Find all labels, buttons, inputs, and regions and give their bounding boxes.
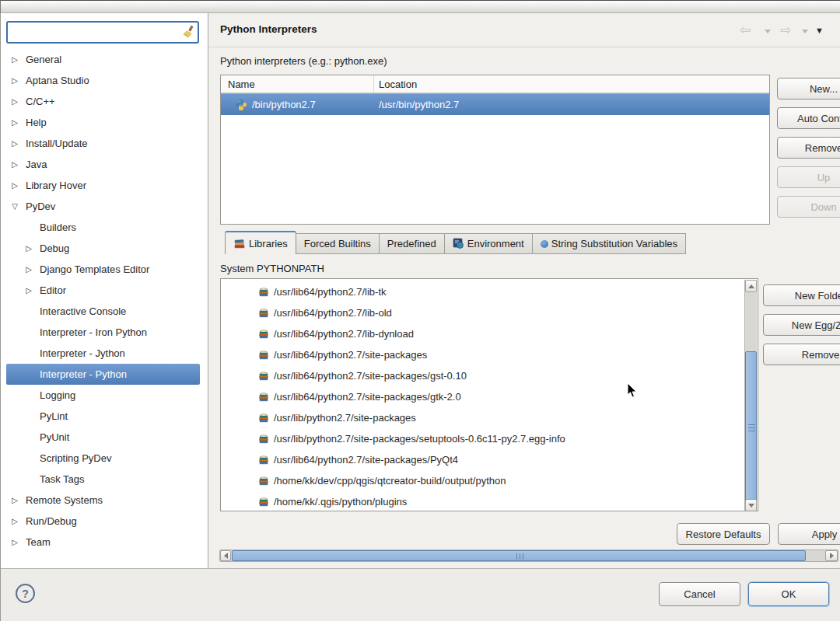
sidebar-item-label: Logging	[36, 389, 75, 401]
pythonpath-list: /usr/lib64/python2.7/lib-tk /usr/lib64/p…	[220, 278, 758, 511]
sidebar-item-pydev[interactable]: ▽PyDev	[6, 196, 200, 217]
sidebar-item-builders[interactable]: Builders	[6, 217, 200, 238]
new-folder-button[interactable]: New Folder	[763, 284, 840, 306]
sidebar-item-aptana-studio[interactable]: ▷Aptana Studio	[6, 70, 200, 91]
sidebar-item-interpreter-jython[interactable]: Interpreter - Jython	[6, 343, 200, 364]
apply-button[interactable]: Apply	[778, 523, 840, 545]
pythonpath-text: /usr/lib64/python2.7/site-packages/PyQt4	[274, 454, 458, 466]
vertical-scroll-thumb[interactable]	[745, 351, 757, 503]
tab-string-substitution-variables[interactable]: String Substitution Variables	[533, 233, 686, 254]
sidebar-item-label: Interpreter - Python	[36, 368, 127, 380]
expander-icon[interactable]: ▷	[22, 238, 36, 259]
pythonpath-entry[interactable]: /usr/lib64/python2.7/site-packages/gst-0…	[221, 365, 734, 386]
pythonpath-entry[interactable]: /usr/lib64/python2.7/site-packages/PyQt4	[221, 449, 734, 470]
pythonpath-text: /usr/lib64/python2.7/lib-tk	[274, 286, 387, 298]
new-interpreter-button[interactable]: New...	[777, 78, 840, 99]
expander-icon[interactable]: ▷	[8, 70, 22, 91]
expander-icon[interactable]: ▷	[8, 511, 22, 532]
sidebar-item-label: Interpreter - Jython	[36, 347, 125, 359]
table-row[interactable]: /bin/python2.7 /usr/bin/python2.7	[221, 93, 769, 115]
preferences-tree: ▷General ▷Aptana Studio ▷C/C++ ▷Help ▷In…	[0, 49, 208, 553]
sidebar-item-java[interactable]: ▷Java	[6, 154, 200, 175]
pythonpath-text: /usr/lib64/python2.7/lib-old	[274, 307, 392, 319]
expander-icon[interactable]: ▷	[8, 133, 22, 154]
tab-environment[interactable]: Environment	[445, 233, 533, 254]
expander-icon[interactable]: ▷	[8, 490, 22, 511]
sidebar-item-interactive-console[interactable]: Interactive Console	[6, 301, 200, 322]
pythonpath-entry[interactable]: /usr/lib/python2.7/site-packages	[221, 407, 734, 428]
filter-input[interactable]	[8, 23, 198, 42]
remove-interpreter-button[interactable]: Remove	[777, 137, 840, 159]
pythonpath-entry[interactable]: /usr/lib64/python2.7/site-packages	[221, 344, 734, 365]
up-button: Up	[777, 166, 840, 188]
vertical-scrollbar[interactable]	[744, 280, 757, 511]
expander-icon[interactable]: ▷	[8, 49, 22, 70]
sidebar-item-pyunit[interactable]: PyUnit	[6, 427, 200, 448]
library-stack-icon	[257, 412, 270, 424]
sidebar-item-scripting-pydev[interactable]: Scripting PyDev	[6, 448, 200, 469]
sidebar-item-editor[interactable]: ▷Editor	[6, 280, 200, 301]
column-header-location[interactable]: Location	[374, 78, 417, 90]
expander-icon[interactable]: ▷	[22, 259, 36, 280]
sidebar-item-library-hover[interactable]: ▷Library Hover	[6, 175, 200, 196]
pythonpath-entry[interactable]: /home/kk/dev/cpp/qgis/qtcreator-build/ou…	[221, 470, 734, 491]
pythonpath-entry[interactable]: /home/kk/.qgis/python/plugins	[221, 491, 734, 511]
ok-button[interactable]: OK	[748, 582, 829, 606]
sidebar-item-c-cpp[interactable]: ▷C/C++	[6, 91, 200, 112]
scroll-down-button[interactable]	[745, 499, 757, 511]
tab-forced-builtins[interactable]: Forced Builtins	[296, 233, 380, 254]
horizontal-scrollbar[interactable]	[219, 549, 838, 562]
sidebar-item-label: Interactive Console	[36, 305, 126, 317]
help-icon[interactable]: ?	[16, 584, 35, 603]
tab-libraries[interactable]: Libraries	[225, 231, 296, 254]
pythonpath-entry[interactable]: /usr/lib64/python2.7/lib-tk	[221, 281, 734, 302]
sidebar-item-install-update[interactable]: ▷Install/Update	[6, 133, 200, 154]
sidebar-item-label: PyLint	[36, 410, 68, 422]
cancel-button[interactable]: Cancel	[659, 582, 740, 606]
forward-arrow-icon[interactable]: ⇨	[780, 23, 791, 37]
back-history-chevron-icon[interactable]	[765, 30, 771, 33]
tab-predefined[interactable]: Predefined	[380, 233, 445, 254]
sidebar-item-run-debug[interactable]: ▷Run/Debug	[6, 511, 200, 532]
sidebar-item-interpreter-python[interactable]: Interpreter - Python	[6, 364, 200, 385]
restore-defaults-button[interactable]: Restore Defaults	[677, 523, 770, 545]
scroll-left-button[interactable]	[220, 550, 231, 561]
sidebar-item-team[interactable]: ▷Team	[6, 532, 200, 553]
expander-icon[interactable]: ▷	[8, 532, 22, 553]
horizontal-scroll-thumb[interactable]	[232, 550, 806, 561]
scroll-up-button[interactable]	[745, 280, 757, 292]
expander-icon[interactable]: ▷	[22, 280, 36, 301]
interpreter-location: /usr/bin/python2.7	[374, 99, 459, 110]
column-header-name[interactable]: Name	[221, 75, 374, 92]
view-menu-icon[interactable]: ▼	[815, 26, 824, 35]
mouse-cursor	[627, 382, 638, 399]
clear-filter-broom-icon[interactable]	[180, 25, 194, 41]
expander-icon[interactable]: ▷	[8, 112, 22, 133]
forward-history-chevron-icon[interactable]	[802, 30, 808, 33]
expander-icon[interactable]: ▷	[8, 91, 22, 112]
sidebar-item-interpreter-iron-python[interactable]: Interpreter - Iron Python	[6, 322, 200, 343]
scroll-right-button[interactable]	[825, 550, 838, 561]
sidebar-item-remote-systems[interactable]: ▷Remote Systems	[6, 490, 200, 511]
sidebar-item-pylint[interactable]: PyLint	[6, 406, 200, 427]
pythonpath-entry[interactable]: /usr/lib64/python2.7/site-packages/gtk-2…	[221, 386, 734, 407]
sidebar-item-logging[interactable]: Logging	[6, 385, 200, 406]
expander-icon[interactable]: ▽	[8, 196, 22, 217]
sidebar-item-general[interactable]: ▷General	[6, 49, 200, 70]
expander-icon[interactable]: ▷	[8, 154, 22, 175]
sidebar-item-help[interactable]: ▷Help	[6, 112, 200, 133]
pythonpath-entry[interactable]: /usr/lib/python2.7/site-packages/setupto…	[221, 428, 734, 449]
auto-config-button[interactable]: Auto Config	[777, 107, 840, 129]
pythonpath-entry[interactable]: /usr/lib64/python2.7/lib-dynload	[221, 323, 734, 344]
remove-path-button[interactable]: Remove	[763, 344, 840, 365]
sidebar-item-django-templates-editor[interactable]: ▷Django Templates Editor	[6, 259, 200, 280]
sidebar-item-label: Remote Systems	[22, 494, 103, 506]
pythonpath-entry[interactable]: /usr/lib64/python2.7/lib-old	[221, 302, 734, 323]
sidebar-item-debug[interactable]: ▷Debug	[6, 238, 200, 259]
new-egg-zip-button[interactable]: New Egg/Zip	[763, 314, 840, 336]
sidebar-item-label: Debug	[36, 242, 69, 254]
back-arrow-icon[interactable]: ⇦	[740, 23, 751, 37]
sidebar-item-label: General	[22, 54, 61, 65]
expander-icon[interactable]: ▷	[8, 175, 22, 196]
sidebar-item-task-tags[interactable]: Task Tags	[6, 469, 200, 490]
